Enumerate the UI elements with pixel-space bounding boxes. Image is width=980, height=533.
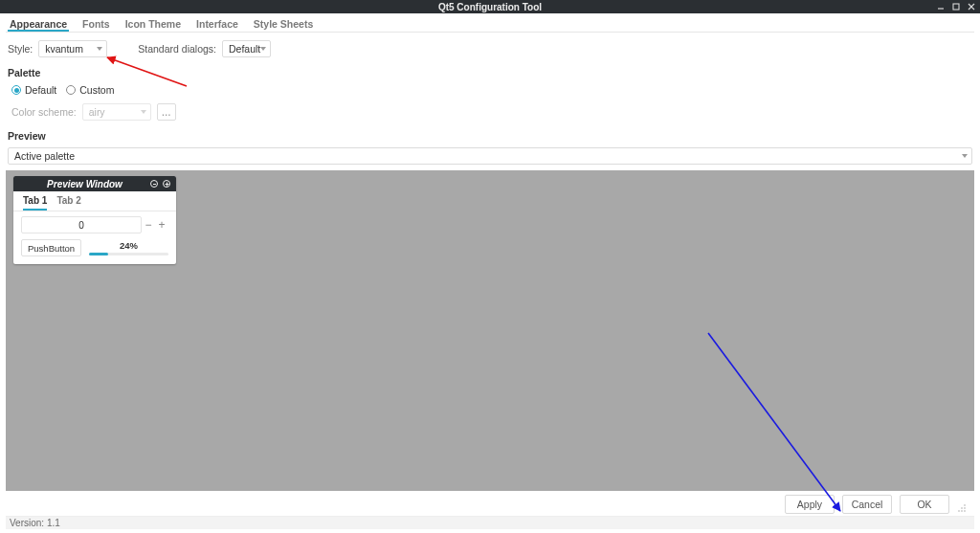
- color-scheme-combo: airy: [82, 103, 151, 121]
- preview-progress-bar: [89, 253, 168, 255]
- svg-rect-1: [953, 4, 959, 10]
- standard-dialogs-combo[interactable]: Default: [222, 40, 271, 57]
- window-body: Appearance Fonts Icon Theme Interface St…: [0, 13, 980, 533]
- preview-body: 0 − + PushButton 24%: [13, 211, 176, 264]
- maximize-icon[interactable]: [163, 180, 170, 188]
- preview-tab-1[interactable]: Tab 1: [23, 195, 47, 211]
- palette-radio-custom[interactable]: Custom: [66, 84, 114, 96]
- style-combo-value: kvantum: [45, 43, 83, 55]
- svg-point-7: [964, 510, 966, 512]
- preview-push-button[interactable]: PushButton: [21, 239, 81, 256]
- minus-icon[interactable]: −: [142, 218, 155, 232]
- ok-button[interactable]: OK: [900, 495, 949, 514]
- style-label: Style:: [8, 43, 33, 55]
- preview-window-buttons: [150, 180, 170, 188]
- palette-combo-row: Active palette: [6, 147, 974, 165]
- palette-radio-default[interactable]: Default: [11, 84, 56, 96]
- standard-dialogs-label: Standard dialogs:: [138, 43, 216, 55]
- radio-icon: [66, 85, 76, 95]
- svg-point-9: [964, 507, 966, 509]
- preview-canvas: Preview Window Tab 1 Tab 2: [6, 170, 974, 491]
- preview-spinbox[interactable]: 0 − +: [21, 216, 168, 233]
- color-scheme-value: airy: [89, 106, 105, 118]
- tab-interface[interactable]: Interface: [194, 17, 240, 32]
- close-icon[interactable]: [967, 2, 976, 11]
- palette-radio-custom-label: Custom: [79, 84, 114, 96]
- tab-fonts[interactable]: Fonts: [80, 17, 112, 32]
- minimize-icon[interactable]: [150, 180, 158, 188]
- active-palette-combo[interactable]: Active palette: [8, 147, 972, 165]
- window-title: Qt5 Configuration Tool: [0, 2, 980, 12]
- preview-window-title: Preview Window: [19, 179, 150, 189]
- radio-icon: [11, 85, 21, 95]
- color-scheme-row: Color scheme: airy ...: [6, 103, 974, 121]
- cancel-button[interactable]: Cancel: [842, 495, 892, 514]
- preview-window: Preview Window Tab 1 Tab 2: [13, 176, 176, 264]
- palette-radio-default-label: Default: [25, 84, 56, 96]
- svg-point-11: [961, 507, 963, 509]
- svg-point-12: [964, 504, 966, 506]
- version-label: Version: 1.1: [10, 518, 60, 528]
- chevron-down-icon: [141, 110, 146, 114]
- standard-dialogs-value: Default: [229, 43, 260, 55]
- preview-tab-2[interactable]: Tab 2: [56, 195, 80, 211]
- palette-radios: Default Custom: [6, 84, 974, 96]
- window-buttons: [936, 0, 976, 13]
- style-row: Style: kvantum Standard dialogs: Default: [6, 40, 974, 57]
- tab-appearance[interactable]: Appearance: [8, 17, 69, 32]
- status-bar: Version: 1.1: [6, 516, 974, 529]
- minimize-icon[interactable]: [936, 2, 946, 11]
- preview-window-titlebar: Preview Window: [13, 176, 176, 191]
- apply-button[interactable]: Apply: [785, 495, 835, 514]
- style-combo[interactable]: kvantum: [38, 40, 107, 57]
- preview-heading: Preview: [6, 130, 974, 142]
- dialog-buttons: Apply Cancel OK: [6, 491, 974, 516]
- preview-row-2: PushButton 24%: [21, 239, 168, 256]
- ellipsis-icon: ...: [162, 106, 171, 118]
- tab-icon-theme[interactable]: Icon Theme: [123, 17, 183, 32]
- color-scheme-label: Color scheme:: [11, 106, 77, 118]
- preview-wrap: Active palette Preview Window: [6, 147, 974, 491]
- tab-style-sheets[interactable]: Style Sheets: [252, 17, 315, 32]
- resize-grip-icon[interactable]: [957, 497, 969, 514]
- plus-icon[interactable]: +: [155, 218, 168, 232]
- chevron-down-icon: [962, 154, 968, 158]
- preview-progress: 24%: [89, 240, 168, 255]
- maximize-icon[interactable]: [951, 2, 961, 11]
- svg-point-8: [961, 510, 963, 512]
- preview-tabs: Tab 1 Tab 2: [13, 191, 176, 211]
- chevron-down-icon: [260, 47, 266, 51]
- main-tabs: Appearance Fonts Icon Theme Interface St…: [6, 15, 974, 33]
- titlebar: Qt5 Configuration Tool: [0, 0, 980, 13]
- color-scheme-browse-button: ...: [157, 103, 176, 121]
- preview-spinbox-value: 0: [21, 216, 142, 233]
- active-palette-value: Active palette: [14, 150, 75, 162]
- chevron-down-icon: [97, 47, 102, 51]
- svg-point-10: [958, 510, 960, 512]
- preview-progress-label: 24%: [89, 240, 168, 251]
- palette-heading: Palette: [6, 67, 974, 78]
